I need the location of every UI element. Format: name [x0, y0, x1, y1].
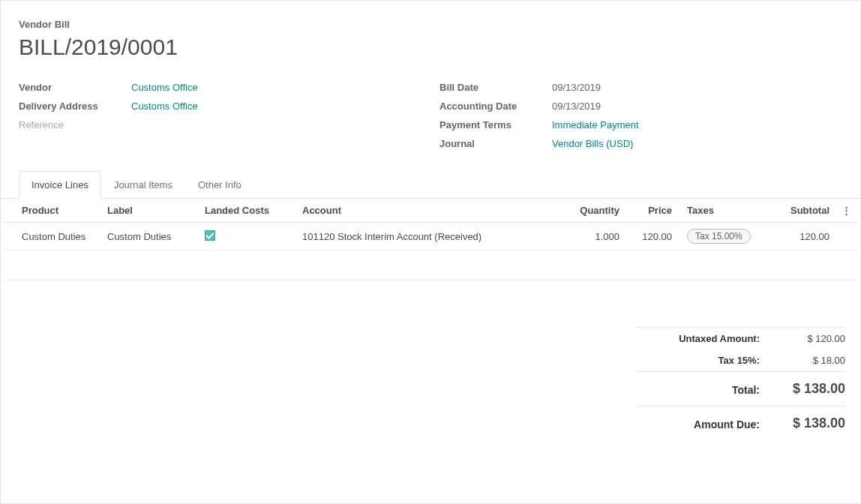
total-label: Total: [635, 381, 778, 397]
reference-label: Reference [19, 119, 131, 130]
table-row[interactable]: Custom Duties Custom Duties 101120 Stock… [4, 223, 857, 250]
payment-terms-label: Payment Terms [440, 119, 552, 130]
cell-price[interactable]: 120.00 [626, 223, 678, 250]
tax15-value: $ 18.00 [778, 355, 845, 366]
more-columns-icon[interactable]: ⋮ [842, 205, 851, 216]
col-landed-costs: Landed Costs [199, 199, 296, 223]
vendor-label: Vendor [19, 82, 131, 93]
col-quantity: Quantity [558, 199, 626, 223]
vendor-value[interactable]: Customs Office [131, 82, 198, 93]
total-tax15: Tax 15%: $ 18.00 [635, 350, 845, 371]
col-account: Account [296, 199, 558, 223]
untaxed-label: Untaxed Amount: [635, 333, 778, 344]
field-accounting-date: Accounting Date 09/13/2019 [440, 97, 842, 116]
tax-badge[interactable]: Tax 15.00% [687, 229, 751, 244]
field-delivery-address: Delivery Address Customs Office [19, 97, 422, 116]
delivery-value[interactable]: Customs Office [131, 100, 198, 112]
untaxed-value: $ 120.00 [778, 333, 845, 344]
due-value: $ 138.00 [778, 416, 845, 431]
journal-label: Journal [440, 138, 552, 149]
totals-panel: Untaxed Amount: $ 120.00 Tax 15%: $ 18.0… [635, 327, 860, 440]
tax15-label: Tax 15%: [635, 355, 778, 366]
cell-quantity[interactable]: 1.000 [558, 223, 626, 250]
field-payment-terms: Payment Terms Immediate Payment [440, 116, 842, 134]
col-price: Price [626, 199, 678, 223]
cell-landed-costs[interactable] [199, 223, 296, 250]
bill-date-label: Bill Date [440, 82, 552, 93]
col-more: ⋮ [836, 199, 857, 223]
col-label: Label [101, 199, 199, 223]
accounting-date-label: Accounting Date [440, 100, 552, 112]
document-title: BILL/2019/0001 [19, 34, 842, 60]
tab-journal-items[interactable]: Journal Items [101, 171, 185, 199]
header-fields: Vendor Customs Office Delivery Address C… [19, 78, 842, 153]
total-amount-due: Amount Due: $ 138.00 [635, 406, 845, 440]
cell-taxes[interactable]: Tax 15.00% [678, 223, 760, 250]
field-reference: Reference [19, 116, 422, 134]
cell-account[interactable]: 101120 Stock Interim Account (Received) [296, 223, 558, 250]
tab-invoice-lines[interactable]: Invoice Lines [19, 171, 101, 199]
col-taxes: Taxes [678, 199, 760, 223]
table-empty-row [4, 250, 857, 280]
vendor-bill-sheet: Vendor Bill BILL/2019/0001 Vendor Custom… [0, 0, 861, 504]
total-grand: Total: $ 138.00 [635, 371, 845, 406]
field-vendor: Vendor Customs Office [19, 78, 422, 97]
field-journal: Journal Vendor Bills (USD) [440, 134, 842, 153]
journal-value[interactable]: Vendor Bills (USD) [552, 138, 633, 149]
field-bill-date: Bill Date 09/13/2019 [440, 78, 842, 97]
total-value: $ 138.00 [778, 381, 845, 397]
payment-terms-value[interactable]: Immediate Payment [552, 119, 639, 130]
tab-bar: Invoice Lines Journal Items Other Info [1, 171, 860, 199]
cell-subtotal[interactable]: 120.00 [760, 223, 836, 250]
checkbox-icon[interactable] [205, 230, 215, 241]
total-untaxed: Untaxed Amount: $ 120.00 [635, 327, 845, 350]
delivery-label: Delivery Address [19, 100, 131, 112]
bill-date-value[interactable]: 09/13/2019 [552, 82, 601, 93]
table-header-row: Product Label Landed Costs Account Quant… [4, 199, 857, 223]
cell-product[interactable]: Custom Duties [4, 223, 101, 250]
col-product: Product [4, 199, 101, 223]
due-label: Amount Due: [635, 416, 778, 431]
right-column: Bill Date 09/13/2019 Accounting Date 09/… [440, 78, 842, 153]
tab-other-info[interactable]: Other Info [185, 171, 254, 199]
accounting-date-value[interactable]: 09/13/2019 [552, 100, 601, 112]
cell-more [836, 223, 857, 250]
cell-label[interactable]: Custom Duties [101, 223, 199, 250]
col-subtotal: Subtotal [760, 199, 836, 223]
document-type-label: Vendor Bill [19, 19, 842, 30]
left-column: Vendor Customs Office Delivery Address C… [19, 78, 422, 153]
invoice-lines-table: Product Label Landed Costs Account Quant… [4, 199, 857, 280]
